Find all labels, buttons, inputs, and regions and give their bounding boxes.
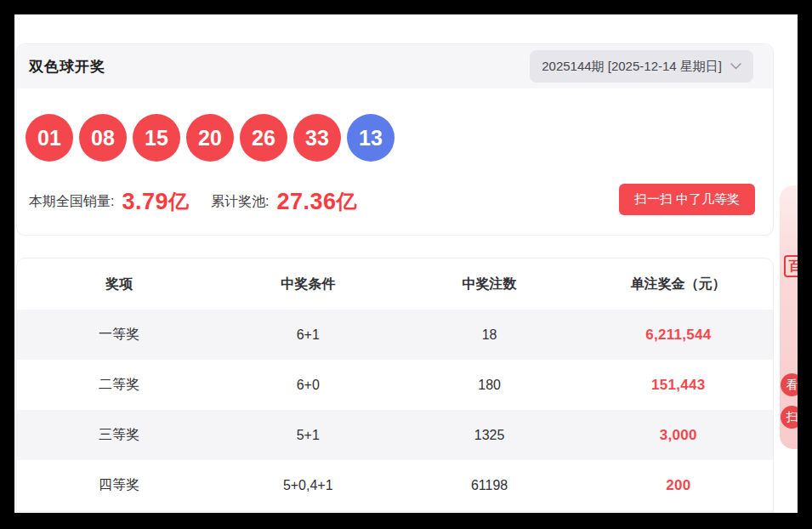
cell-prize-amount: 151,443 — [584, 377, 773, 394]
prize-table-header: 奖项 中奖条件 中奖注数 单注奖金（元） — [17, 259, 773, 310]
cell-win-condition: 6+1 — [221, 327, 395, 343]
cell-prize-amount: 200 — [584, 477, 773, 494]
floating-promo-sidebar: 百 看 扫 — [780, 185, 798, 449]
table-row: 一等奖 6+1 18 6,211,544 — [17, 310, 773, 360]
table-row: 二等奖 6+0 180 151,443 — [17, 360, 773, 410]
cell-prize-amount: 6,211,544 — [584, 327, 773, 344]
cell-win-count: 61198 — [395, 478, 583, 493]
col-header-prize-level: 奖项 — [17, 276, 221, 293]
period-selector[interactable]: 2025144期 [2025-12-14 星期日] — [530, 50, 753, 82]
col-header-win-condition: 中奖条件 — [221, 276, 395, 293]
promo-circle-icon-1[interactable]: 看 — [781, 373, 798, 396]
cell-win-condition: 5+0,4+1 — [221, 478, 395, 493]
draw-result-card: 双色球开奖 2025144期 [2025-12-14 星期日] 01 08 15… — [16, 43, 774, 236]
blue-ball: 13 — [347, 114, 395, 162]
cell-win-count: 1325 — [395, 428, 583, 443]
sales-value: 3.79 — [122, 189, 168, 215]
table-row-partially-visible — [17, 510, 773, 513]
red-ball: 20 — [186, 114, 234, 162]
pool-label: 累计奖池: — [211, 193, 269, 211]
cell-win-count: 180 — [395, 378, 583, 393]
col-header-prize-amount: 单注奖金（元） — [584, 276, 773, 293]
promo-scan-circle-icon[interactable]: 扫 — [781, 406, 798, 429]
period-selector-label: 2025144期 [2025-12-14 星期日] — [542, 59, 722, 75]
cell-win-condition: 6+0 — [221, 378, 395, 393]
col-header-win-count: 中奖注数 — [395, 276, 583, 293]
sales-unit: 亿 — [168, 188, 189, 215]
cell-prize-level: 二等奖 — [17, 376, 221, 394]
cell-prize-amount: 3,000 — [584, 427, 773, 444]
cell-win-condition: 5+1 — [221, 428, 395, 443]
scan-check-prize-button[interactable]: 扫一扫 中了几等奖 — [619, 184, 755, 215]
table-row: 四等奖 5+0,4+1 61198 200 — [17, 460, 773, 510]
drawn-balls-row: 01 08 15 20 26 33 13 — [26, 114, 395, 162]
red-ball: 08 — [79, 114, 127, 162]
sales-label: 本期全国销量: — [29, 193, 114, 211]
cell-prize-level: 一等奖 — [17, 326, 221, 344]
browser-content-window: 双色球开奖 2025144期 [2025-12-14 星期日] 01 08 15… — [14, 14, 798, 513]
pool-unit: 亿 — [337, 188, 357, 215]
red-ball: 01 — [26, 114, 73, 162]
bai-badge-icon[interactable]: 百 — [784, 255, 798, 277]
pool-value: 27.36 — [276, 189, 336, 215]
prize-table-card: 奖项 中奖条件 中奖注数 单注奖金（元） 一等奖 6+1 18 6,211,54… — [16, 258, 774, 513]
cell-win-count: 18 — [395, 327, 583, 343]
red-ball: 26 — [240, 114, 287, 162]
page-title: 双色球开奖 — [29, 57, 105, 77]
draw-card-titlebar: 双色球开奖 2025144期 [2025-12-14 星期日] — [17, 44, 773, 88]
cell-prize-level: 三等奖 — [17, 426, 221, 444]
red-ball: 33 — [293, 114, 341, 162]
red-ball: 15 — [133, 114, 180, 162]
chevron-down-icon — [730, 63, 741, 70]
table-row: 三等奖 5+1 1325 3,000 — [17, 410, 773, 460]
cell-prize-level: 四等奖 — [17, 476, 221, 494]
stats-row: 本期全国销量: 3.79 亿 累计奖池: 27.36 亿 — [29, 183, 357, 220]
